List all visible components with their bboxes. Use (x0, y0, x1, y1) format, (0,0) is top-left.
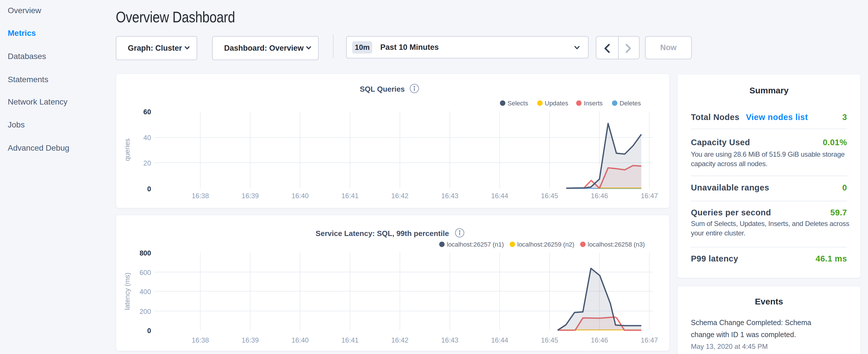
svg-text:16:43: 16:43 (441, 192, 459, 200)
svg-text:16:41: 16:41 (341, 192, 359, 200)
svg-text:20: 20 (143, 159, 151, 167)
svg-text:16:38: 16:38 (192, 192, 209, 200)
svg-text:16:44: 16:44 (491, 192, 508, 200)
svg-text:Service Latency: SQL, 99th per: Service Latency: SQL, 99th percentile (315, 229, 449, 238)
svg-text:localhost:26258 (n3): localhost:26258 (n3) (588, 241, 645, 248)
svg-text:Inserts: Inserts (584, 100, 602, 107)
svg-text:16:41: 16:41 (341, 336, 359, 344)
svg-text:16:47: 16:47 (641, 192, 658, 200)
svg-text:Deletes: Deletes (620, 100, 641, 107)
svg-text:16:46: 16:46 (591, 192, 608, 200)
svg-text:16:44: 16:44 (491, 336, 508, 344)
svg-text:16:38: 16:38 (192, 336, 209, 344)
svg-text:16:39: 16:39 (242, 192, 259, 200)
svg-text:0: 0 (147, 185, 151, 193)
svg-text:16:42: 16:42 (391, 192, 408, 200)
svg-text:localhost:26257 (n1): localhost:26257 (n1) (447, 241, 504, 248)
svg-text:40: 40 (143, 134, 151, 141)
svg-text:400: 400 (140, 288, 151, 296)
svg-text:60: 60 (143, 108, 151, 116)
svg-text:Selects: Selects (507, 100, 528, 107)
svg-text:localhost:26259 (n2): localhost:26259 (n2) (517, 241, 574, 248)
svg-text:200: 200 (140, 308, 151, 315)
svg-text:16:42: 16:42 (391, 336, 408, 344)
svg-text:queries: queries (123, 139, 131, 161)
svg-text:16:40: 16:40 (291, 336, 309, 344)
svg-text:16:43: 16:43 (441, 336, 459, 344)
svg-text:16:46: 16:46 (591, 336, 608, 344)
svg-text:latency (ms): latency (ms) (123, 273, 131, 310)
svg-text:16:45: 16:45 (541, 192, 558, 200)
svg-text:800: 800 (140, 249, 151, 257)
svg-text:SQL Queries: SQL Queries (360, 85, 405, 93)
svg-text:600: 600 (140, 269, 151, 277)
svg-text:16:40: 16:40 (291, 192, 309, 200)
svg-text:Updates: Updates (545, 100, 568, 107)
svg-text:16:39: 16:39 (242, 336, 259, 344)
svg-text:0: 0 (147, 327, 151, 334)
svg-text:16:45: 16:45 (541, 336, 558, 344)
svg-text:16:47: 16:47 (641, 336, 658, 344)
